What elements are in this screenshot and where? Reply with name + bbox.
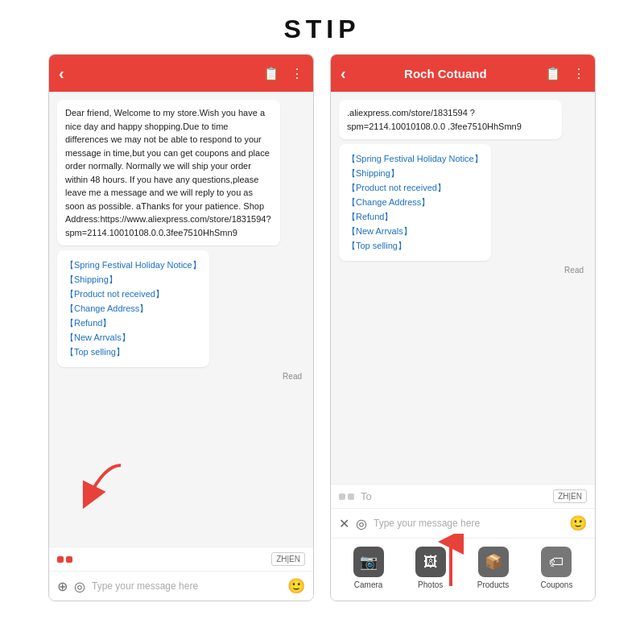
right-link-2[interactable]: 【Shipping】	[347, 167, 483, 180]
right-header-icons: 📋 ⋮	[545, 66, 585, 81]
products-icon: 📦	[478, 547, 509, 577]
left-header-icons: 📋 ⋮	[263, 66, 303, 81]
left-more-icon[interactable]: ⋮	[291, 66, 303, 81]
right-action-coupons[interactable]: 🏷 Coupons	[540, 547, 572, 589]
page-title: STIP	[0, 0, 644, 54]
right-link-6[interactable]: 【New Arrvals】	[347, 225, 483, 237]
left-link-2[interactable]: 【Shipping】	[65, 274, 201, 286]
left-quick-links: 【Spring Festival Holiday Notice】 【Shippi…	[57, 250, 209, 367]
right-more-icon[interactable]: ⋮	[572, 66, 585, 81]
left-dot1	[57, 556, 64, 563]
right-action-bar: 📷 Camera 🖼 Photos 📦 Products 🏷 Coupons	[331, 538, 595, 601]
coupons-label: Coupons	[540, 580, 572, 589]
right-dot1	[339, 493, 345, 500]
right-lang-badge[interactable]: ZH|EN	[553, 489, 587, 503]
left-link-6[interactable]: 【New Arrvals】	[65, 332, 201, 344]
left-dots-indicator	[57, 556, 72, 563]
right-action-camera[interactable]: 📷 Camera	[353, 547, 384, 589]
left-add-icon[interactable]: ⊕	[57, 579, 68, 594]
left-emoji-icon[interactable]: 🙂	[287, 577, 305, 595]
right-link-5[interactable]: 【Refund】	[347, 211, 483, 223]
right-input-placeholder[interactable]: Type your message here	[374, 518, 563, 529]
left-clipboard-icon[interactable]: 📋	[263, 66, 279, 81]
left-link-7[interactable]: 【Top selling】	[65, 346, 201, 358]
left-lang-badge[interactable]: ZH|EN	[271, 552, 305, 566]
right-panel: ‹ Roch Cotuand 📋 ⋮ .aliexpress.com/store…	[330, 54, 596, 601]
right-dot2	[348, 493, 354, 500]
right-header-title: Roch Cotuand	[404, 67, 487, 80]
left-link-5[interactable]: 【Refund】	[65, 317, 201, 329]
left-to-bar: ZH|EN	[49, 547, 313, 571]
coupons-icon: 🏷	[541, 547, 572, 577]
photos-label: Photos	[418, 580, 443, 589]
left-panel-wrapper: ‹ 📋 ⋮ Dear friend, Welcome to my store.W…	[48, 54, 314, 601]
right-chat-area: .aliexpress.com/store/1831594 ?spm=2114.…	[331, 92, 595, 484]
photos-icon: 🖼	[415, 547, 446, 577]
right-back-button[interactable]: ‹	[341, 64, 346, 83]
left-quick-reply-icon[interactable]: ◎	[74, 579, 85, 594]
right-link-3[interactable]: 【Product not received】	[347, 182, 483, 194]
left-link-1[interactable]: 【Spring Festival Holiday Notice】	[65, 259, 201, 271]
right-to-label: To	[361, 490, 547, 502]
right-link-7[interactable]: 【Top selling】	[347, 240, 483, 252]
left-input-bar: ⊕ ◎ Type your message here 🙂	[49, 571, 313, 601]
left-message-bubble: Dear friend, Welcome to my store.Wish yo…	[57, 100, 280, 246]
right-emoji-icon[interactable]: 🙂	[569, 514, 587, 532]
left-link-4[interactable]: 【Change Address】	[65, 303, 201, 315]
right-partial-message: .aliexpress.com/store/1831594 ?spm=2114.…	[339, 100, 562, 139]
right-input-bar: ✕ ◎ Type your message here 🙂	[331, 508, 595, 538]
left-chat-area: Dear friend, Welcome to my store.Wish yo…	[49, 92, 313, 547]
camera-icon: 📷	[353, 547, 384, 577]
camera-label: Camera	[354, 580, 383, 589]
right-to-bar: To ZH|EN	[331, 484, 595, 508]
right-clipboard-icon[interactable]: 📋	[545, 66, 561, 81]
left-header: ‹ 📋 ⋮	[49, 55, 313, 92]
right-dots-indicator	[339, 493, 354, 500]
right-link-4[interactable]: 【Change Address】	[347, 196, 483, 208]
left-panel: ‹ 📋 ⋮ Dear friend, Welcome to my store.W…	[48, 54, 314, 601]
left-input-placeholder[interactable]: Type your message here	[92, 580, 281, 592]
left-dot2	[66, 556, 72, 563]
right-panel-wrapper: ‹ Roch Cotuand 📋 ⋮ .aliexpress.com/store…	[330, 54, 596, 601]
right-cancel-icon[interactable]: ✕	[339, 516, 349, 531]
right-link-1[interactable]: 【Spring Festival Holiday Notice】	[347, 153, 483, 165]
left-link-3[interactable]: 【Product not received】	[65, 288, 201, 300]
phones-container: ‹ 📋 ⋮ Dear friend, Welcome to my store.W…	[0, 54, 644, 601]
left-back-button[interactable]: ‹	[59, 64, 64, 83]
right-action-products[interactable]: 📦 Products	[477, 547, 509, 589]
left-read-label: Read	[283, 372, 302, 381]
right-header: ‹ Roch Cotuand 📋 ⋮	[331, 55, 595, 92]
right-action-photos[interactable]: 🖼 Photos	[415, 547, 446, 589]
right-read-label: Read	[564, 266, 584, 275]
products-label: Products	[477, 580, 509, 589]
right-quick-reply-icon[interactable]: ◎	[356, 516, 367, 531]
right-quick-links: 【Spring Festival Holiday Notice】 【Shippi…	[339, 144, 491, 261]
